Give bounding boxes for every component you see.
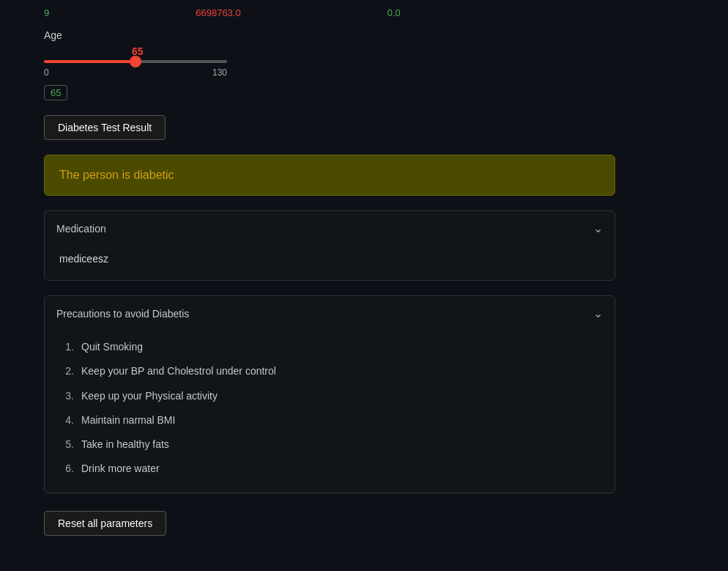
top-num-1: 9 [44,7,49,18]
medication-accordion-header[interactable]: Medication ⌄ [45,211,614,246]
precautions-accordion-body: 1.Quit Smoking2.Keep your BP and Cholest… [45,331,614,493]
top-num-2: 6698763.0 [196,7,240,18]
precautions-chevron-icon: ⌄ [593,306,603,320]
list-item-number: 5. [59,435,74,454]
list-item: 5.Take in healthy fats [59,432,600,457]
diabetic-result-banner: The person is diabetic [44,155,615,196]
list-item-text: Keep up your Physical activity [81,387,218,405]
age-label: Age [44,29,684,41]
top-num-3: 0.0 [387,7,401,18]
list-item-text: Take in healthy fats [81,435,169,454]
age-slider[interactable] [44,60,227,63]
list-item: 1.Quit Smoking [59,335,600,359]
list-item-number: 3. [59,387,74,405]
slider-max-label: 130 [212,67,227,78]
main-container: 9 6698763.0 0.0 Age 65 0 130 65 Diabetes… [0,0,728,565]
top-numbers-row: 9 6698763.0 0.0 [44,0,684,22]
list-item-number: 6. [59,460,74,478]
list-item: 3.Keep up your Physical activity [59,384,600,408]
diabetes-test-result-button[interactable]: Diabetes Test Result [44,115,166,140]
medication-chevron-icon: ⌄ [593,221,603,235]
list-item-number: 2. [59,362,74,380]
list-item-text: Quit Smoking [81,338,143,356]
list-item-text: Maintain narmal BMI [81,411,175,430]
reset-all-parameters-button[interactable]: Reset all parameters [44,511,166,536]
medication-accordion-body: mediceesz [45,246,614,280]
precautions-accordion-title: Precautions to avoid Diabetis [56,308,189,320]
medication-content: mediceesz [59,253,108,265]
age-section: Age 65 0 130 65 [44,29,684,100]
slider-range-labels: 0 130 [44,67,227,78]
precautions-accordion-header[interactable]: Precautions to avoid Diabetis ⌄ [45,296,614,331]
list-item-text: Keep your BP and Cholestrol under contro… [81,362,276,380]
list-item: 4.Maintain narmal BMI [59,408,600,432]
medication-accordion-title: Medication [56,223,106,235]
list-item: 6.Drink more water [59,457,600,481]
slider-min-label: 0 [44,67,49,78]
list-item: 2.Keep your BP and Cholestrol under cont… [59,359,600,383]
precautions-accordion: Precautions to avoid Diabetis ⌄ 1.Quit S… [44,295,615,493]
list-item-text: Drink more water [81,460,160,478]
age-badge: 65 [44,85,67,100]
medication-accordion: Medication ⌄ mediceesz [44,210,615,281]
list-item-number: 4. [59,411,74,430]
precautions-list: 1.Quit Smoking2.Keep your BP and Cholest… [59,335,600,481]
list-item-number: 1. [59,338,74,356]
